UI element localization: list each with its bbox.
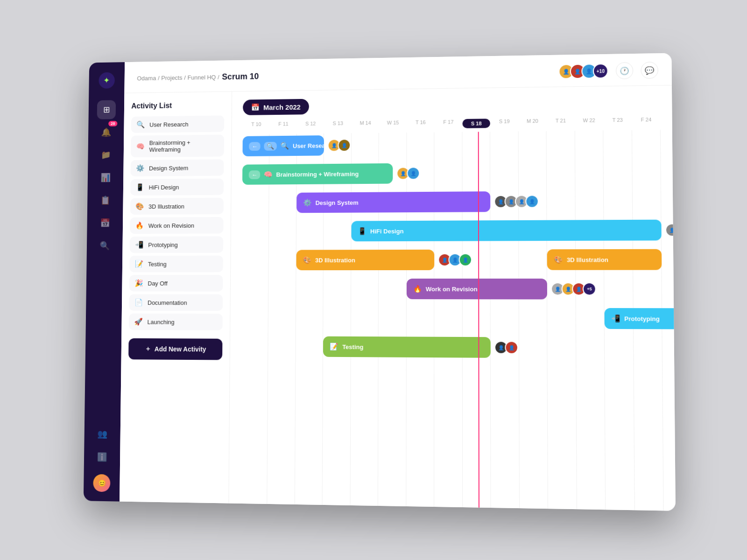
bar-emoji-3: 📱 bbox=[358, 227, 366, 235]
work-on-revision-icon: 🔥 bbox=[135, 222, 144, 230]
prototyping-icon: 📲 bbox=[135, 241, 143, 249]
bar-emoji-1: 🧠 bbox=[264, 170, 273, 179]
testing-label: Testing bbox=[148, 260, 167, 267]
date-cell-f-17: F 17 bbox=[435, 119, 463, 129]
bar-av-4-2: 👤 bbox=[459, 253, 472, 266]
bar-emoji-5: 🔥 bbox=[413, 285, 422, 293]
list-item-launching[interactable]: 🚀 Launching bbox=[129, 314, 223, 330]
gantt-bar-3d-illustration-6[interactable]: 🎨3D Illustration bbox=[547, 249, 662, 270]
bar-label-6: 3D Illustration bbox=[567, 256, 608, 263]
bar-label-2: Design System bbox=[316, 199, 359, 206]
bar-avatars-3: 👤 bbox=[665, 224, 676, 237]
list-item-design-system[interactable]: ⚙️ Design System bbox=[131, 159, 224, 176]
bar-av-0-1: 👤 bbox=[338, 139, 351, 152]
bar-emoji-0: 🔍 bbox=[281, 142, 289, 150]
main-content: Odama / Projects / Funnel HQ / Scrum 10 … bbox=[120, 53, 676, 511]
gantt-bar-testing-8[interactable]: 📝Testing bbox=[323, 336, 491, 358]
user-research-icon: 🔍 bbox=[136, 120, 145, 129]
date-cell-m-14: M 14 bbox=[352, 120, 379, 129]
list-item-day-off[interactable]: 🎉 Day Off bbox=[129, 275, 223, 292]
team-icon[interactable]: 👥 bbox=[93, 424, 112, 444]
gantt-body: ←🔍🔍User Research👤👤←🧠Brainstorming + Wire… bbox=[229, 130, 676, 511]
list-icon[interactable]: 📋 bbox=[96, 191, 115, 210]
gantt-bar-work-on-revision-5[interactable]: 🔥Work on Revision bbox=[407, 279, 547, 300]
back-arrow-icon: ← bbox=[249, 142, 261, 151]
list-item-work-on-revision[interactable]: 🔥 Work on Revision bbox=[130, 217, 223, 234]
gantt-bar-user-research-0[interactable]: ←🔍🔍User Research bbox=[242, 135, 324, 156]
bar-av-8-1: 👤 bbox=[505, 341, 519, 354]
list-item-testing[interactable]: 📝 Testing bbox=[129, 256, 223, 273]
date-cell-w-22: W 22 bbox=[575, 117, 603, 127]
prototyping-label: Prototyping bbox=[148, 241, 178, 248]
bar-av-3-0: 👤 bbox=[665, 224, 676, 237]
work-on-revision-label: Work on Revision bbox=[148, 222, 194, 229]
calendar-icon[interactable]: 📅 bbox=[96, 213, 115, 232]
list-item-documentation[interactable]: 📄 Documentation bbox=[129, 294, 223, 311]
launching-label: Launching bbox=[147, 318, 174, 325]
date-cell-s-18: S 18 bbox=[462, 119, 490, 128]
date-cell-t-16: T 16 bbox=[407, 119, 434, 129]
breadcrumb-sep2: / bbox=[184, 74, 186, 81]
calendar-icon-small: 📅 bbox=[251, 103, 260, 112]
bar-label-8: Testing bbox=[342, 343, 363, 350]
search-icon-bar: 🔍 bbox=[264, 141, 276, 150]
list-item-3d-illustration[interactable]: 🎨 3D Illustration bbox=[130, 198, 224, 215]
list-item-prototyping[interactable]: 📲 Prototyping bbox=[130, 236, 224, 253]
user-avatar[interactable]: 😊 bbox=[93, 474, 110, 492]
page-title: Scrum 10 bbox=[222, 71, 259, 82]
date-cell-t-21: T 21 bbox=[547, 118, 575, 127]
gantt-row-3: 📱HiFi Design👤 bbox=[242, 218, 662, 244]
bell-icon[interactable]: 🔔 28 bbox=[97, 123, 116, 142]
notification-badge: 28 bbox=[108, 121, 117, 126]
gantt-bar-design-system-2[interactable]: ⚙️Design System bbox=[296, 191, 490, 213]
history-button[interactable]: 🕐 bbox=[616, 62, 633, 79]
bar-emoji-2: ⚙️ bbox=[303, 198, 312, 207]
list-item-user-research[interactable]: 🔍 User Research bbox=[131, 115, 225, 133]
date-cell-t-10: T 10 bbox=[243, 121, 270, 131]
breadcrumb-sep1: / bbox=[158, 74, 160, 81]
back-arrow-icon: ← bbox=[249, 170, 261, 179]
gantt-row-0: ←🔍🔍User Research👤👤 bbox=[242, 130, 661, 158]
gantt-chart: 📅 March 2022 T 10F 11S 12S 13M 14W 15T 1… bbox=[229, 85, 676, 511]
gantt-row-8 bbox=[241, 363, 663, 391]
date-cell-f-11: F 11 bbox=[270, 121, 297, 130]
add-activity-label: Add New Activity bbox=[155, 345, 206, 353]
bar-label-4: 3D Illustration bbox=[315, 257, 355, 264]
date-cell-t-23: T 23 bbox=[603, 117, 632, 127]
app-window: ✦ ⊞ 🔔 28 📁 📊 📋 📅 🔍 👥 ℹ️ 😊 Odama / Projec… bbox=[84, 53, 676, 511]
bar-label-3: HiFi Design bbox=[370, 228, 403, 235]
day-off-label: Day Off bbox=[148, 280, 167, 287]
date-cell-s-12: S 12 bbox=[297, 121, 324, 130]
user-research-label: User Research bbox=[149, 121, 189, 128]
gantt-bar-prototyping-7[interactable]: 📲Prototyping bbox=[605, 308, 676, 329]
gantt-bar-hifi-design-3[interactable]: 📱HiFi Design bbox=[351, 220, 662, 242]
date-cell-m-20: M 20 bbox=[518, 118, 546, 128]
gantt-row-2: ⚙️Design System👤👤👤👤 bbox=[242, 189, 662, 215]
chart-icon[interactable]: 📊 bbox=[96, 168, 115, 187]
bar-emoji-4: 🎨 bbox=[303, 256, 311, 264]
list-item-brainstorming[interactable]: 🧠 Brainstorming + Wireframing bbox=[131, 134, 224, 157]
bar-emoji-6: 🎨 bbox=[554, 255, 563, 264]
month-badge: 📅 March 2022 bbox=[243, 99, 309, 115]
breadcrumb-projects[interactable]: Projects bbox=[161, 74, 182, 81]
folder-icon[interactable]: 📁 bbox=[96, 145, 115, 164]
3d-illustration-icon: 🎨 bbox=[135, 203, 144, 211]
brainstorming-label: Brainstorming + Wireframing bbox=[149, 139, 218, 153]
breadcrumb-odama[interactable]: Odama bbox=[137, 75, 156, 82]
search-icon[interactable]: 🔍 bbox=[95, 236, 114, 255]
bar-av-more-5: +5 bbox=[583, 282, 596, 295]
team-avatar-more: +10 bbox=[593, 63, 608, 79]
add-activity-button[interactable]: ＋ Add New Activity bbox=[128, 338, 222, 360]
date-cell-s-19: S 19 bbox=[490, 119, 518, 128]
list-item-hifi-design[interactable]: 📱 HiFi Design bbox=[130, 178, 224, 196]
gantt-bar-brainstorming-+-wireframing-1[interactable]: ←🧠Brainstorming + Wireframing bbox=[242, 163, 393, 185]
gantt-bar-3d-illustration-4[interactable]: 🎨3D Illustration bbox=[296, 250, 434, 270]
bar-avatars-1: 👤👤 bbox=[396, 167, 420, 180]
message-button[interactable]: 💬 bbox=[641, 62, 658, 79]
bar-avatars-2: 👤👤👤👤 bbox=[494, 195, 539, 208]
brainstorming-icon: 🧠 bbox=[136, 142, 145, 151]
bar-label-7: Prototyping bbox=[624, 315, 660, 322]
info-icon[interactable]: ℹ️ bbox=[92, 447, 112, 467]
breadcrumb-funnel[interactable]: Funnel HQ bbox=[188, 74, 216, 81]
grid-icon[interactable]: ⊞ bbox=[97, 100, 116, 119]
